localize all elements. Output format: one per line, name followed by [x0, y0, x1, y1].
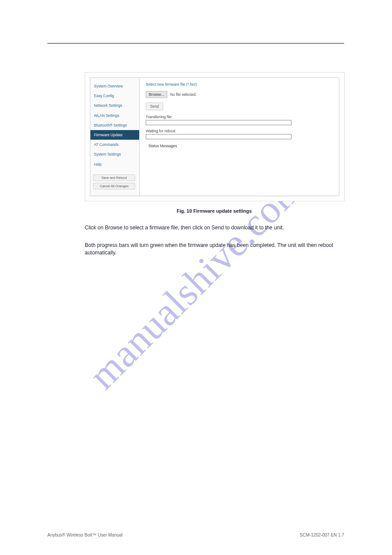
- nav-bluetooth-settings[interactable]: Bluetooth® Settings: [90, 120, 139, 130]
- nav-network-settings[interactable]: Network Settings: [90, 101, 139, 110]
- transferring-progress: [146, 120, 291, 125]
- page-footer: Anybus® Wireless Bolt™ User Manual SCM-1…: [47, 533, 344, 537]
- nav-help[interactable]: Help: [90, 160, 139, 169]
- nav-system-settings[interactable]: System Settings: [90, 149, 139, 159]
- nav-at-commands[interactable]: AT Commands: [90, 140, 139, 149]
- file-status-text: No file selected.: [170, 92, 196, 97]
- app-window: System Overview Easy Config Network Sett…: [90, 77, 339, 196]
- browse-button[interactable]: Browse...: [146, 91, 167, 98]
- nav-wlan-settings[interactable]: WLAN Settings: [90, 111, 139, 120]
- header-rule: [47, 43, 344, 44]
- figure-caption: Fig. 10 Firmware update settings: [85, 208, 344, 214]
- footer-right: SCM-1202-007 EN 1.7: [300, 533, 344, 537]
- nav-firmware-update[interactable]: Firmware Update: [90, 130, 139, 140]
- sidebar-actions: Save and Reboot Cancel All Changes: [93, 174, 137, 189]
- instruction-line-1: Click on Browse to select a firmware fil…: [85, 224, 344, 232]
- select-firmware-heading: Select new firmware file (*.fwz):: [146, 82, 333, 87]
- cancel-all-changes-button[interactable]: Cancel All Changes: [93, 183, 135, 189]
- sidebar: System Overview Easy Config Network Sett…: [90, 78, 140, 196]
- footer-left: Anybus® Wireless Bolt™ User Manual: [47, 533, 122, 537]
- save-and-reboot-button[interactable]: Save and Reboot: [93, 174, 135, 181]
- send-button[interactable]: Send: [146, 102, 163, 110]
- nav-system-overview[interactable]: System Overview: [90, 81, 139, 91]
- file-chooser-row: Browse... No file selected.: [146, 91, 333, 98]
- status-messages-heading: Status Messages: [148, 144, 333, 148]
- instruction-line-2: Both progress bars will turn green when …: [85, 242, 344, 257]
- waiting-progress: [146, 134, 291, 139]
- nav-easy-config[interactable]: Easy Config: [90, 91, 139, 101]
- figure-panel: System Overview Easy Config Network Sett…: [85, 72, 345, 201]
- main-content: Select new firmware file (*.fwz): Browse…: [140, 78, 339, 196]
- transferring-label: Transferring file:: [146, 115, 333, 119]
- waiting-label: Waiting for reboot:: [146, 129, 333, 133]
